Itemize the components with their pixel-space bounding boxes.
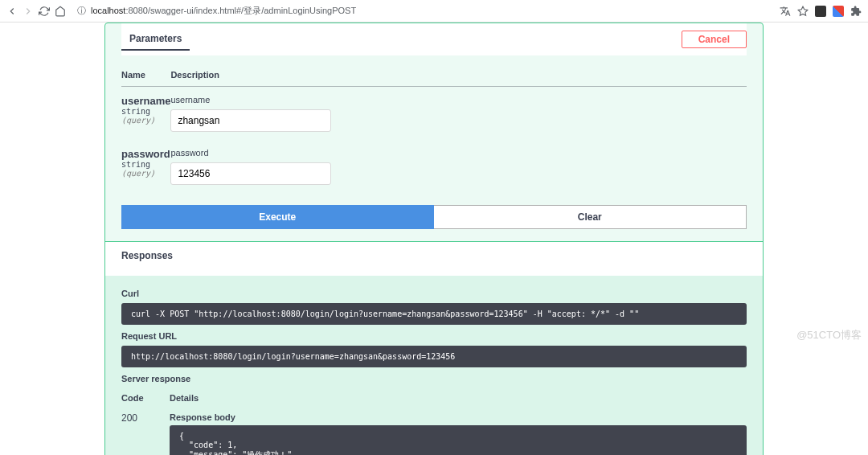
url-host: localhost xyxy=(91,6,125,15)
url-path: /swagger-ui/index.html#/登录/adminLoginUsi… xyxy=(148,6,356,15)
back-icon[interactable] xyxy=(6,6,18,17)
curl-label: Curl xyxy=(121,289,747,298)
params-header-description: Description xyxy=(170,64,747,87)
param-name: username xyxy=(121,95,170,107)
response-table: Code Details 200 Response body { "code":… xyxy=(121,388,747,455)
response-header-details: Details xyxy=(170,388,747,408)
response-body-label: Response body xyxy=(170,412,747,422)
site-info-icon[interactable]: ⓘ xyxy=(77,5,86,17)
extensions-menu-icon[interactable] xyxy=(850,6,862,17)
forward-icon[interactable] xyxy=(23,6,34,17)
watermark: @51CTO博客 xyxy=(796,328,862,342)
password-input[interactable] xyxy=(170,162,331,185)
param-in: (query) xyxy=(121,169,170,178)
param-row-username: username string (query) username xyxy=(121,87,747,141)
reload-icon[interactable] xyxy=(39,6,50,17)
params-header-name: Name xyxy=(121,64,170,87)
execute-button[interactable]: Execute xyxy=(121,205,434,229)
parameters-table: Name Description username string (query) xyxy=(121,64,747,193)
address-bar[interactable]: ⓘ localhost:8080/swagger-ui/index.html#/… xyxy=(71,3,775,18)
response-header-code: Code xyxy=(121,388,170,408)
url-port: :8080 xyxy=(125,6,148,15)
response-code: 200 xyxy=(121,408,170,455)
translate-icon[interactable] xyxy=(780,6,791,17)
responses-title: Responses xyxy=(121,250,747,261)
tab-parameters[interactable]: Parameters xyxy=(121,28,190,51)
param-type: string xyxy=(121,160,170,169)
param-name: password xyxy=(121,148,170,160)
home-icon[interactable] xyxy=(55,6,66,17)
parameters-tab-header: Parameters xyxy=(121,28,190,51)
star-icon[interactable] xyxy=(797,6,809,17)
cancel-button[interactable]: Cancel xyxy=(682,31,747,48)
extension-2-icon[interactable] xyxy=(833,6,844,17)
param-type: string xyxy=(121,107,170,116)
response-body-block[interactable]: { "code": 1, "message": "操作成功！", "data":… xyxy=(170,425,747,455)
extension-icons xyxy=(780,6,862,17)
param-in: (query) xyxy=(121,116,170,125)
param-row-password: password string (query) password xyxy=(121,140,747,193)
extension-1-icon[interactable] xyxy=(815,6,826,17)
request-url-label: Request URL xyxy=(121,331,747,341)
request-url-block[interactable]: http://localhost:8080/login/login?userna… xyxy=(121,346,747,367)
curl-code-block[interactable]: curl -X POST "http://localhost:8080/logi… xyxy=(121,303,747,325)
server-response-label: Server response xyxy=(121,374,747,383)
operation-block: Parameters Cancel Name Description xyxy=(104,23,764,455)
param-desc-label: username xyxy=(170,95,747,105)
response-row: 200 Response body { "code": 1, "message"… xyxy=(121,408,747,455)
clear-button[interactable]: Clear xyxy=(434,205,747,229)
username-input[interactable] xyxy=(170,109,331,132)
browser-toolbar: ⓘ localhost:8080/swagger-ui/index.html#/… xyxy=(0,0,868,23)
param-desc-label: password xyxy=(170,148,747,158)
